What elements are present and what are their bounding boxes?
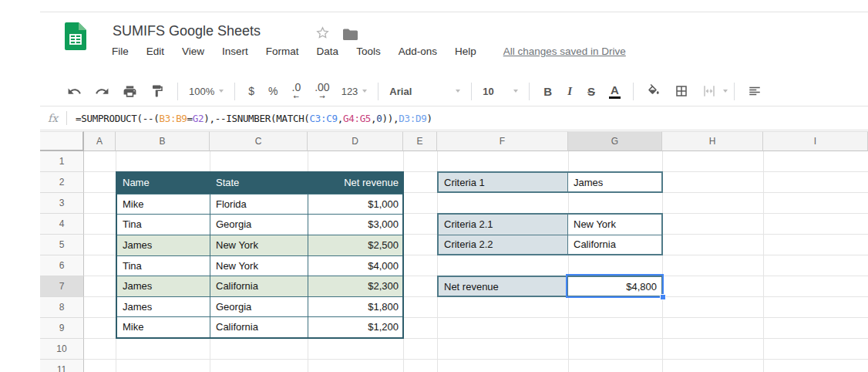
star-icon[interactable] (315, 25, 330, 43)
menu-format[interactable]: Format (266, 46, 299, 57)
column-header-E[interactable]: E (403, 131, 437, 151)
column-header-H[interactable]: H (662, 131, 763, 151)
cell-revenue[interactable]: $1,800 (308, 296, 402, 317)
select-all-corner[interactable] (40, 131, 84, 151)
menu-edit[interactable]: Edit (146, 46, 164, 57)
increase-decimal-button[interactable]: .00 → (315, 82, 329, 100)
menu-help[interactable]: Help (455, 46, 476, 57)
cell-revenue[interactable]: $1,000 (308, 194, 402, 215)
menu-tools[interactable]: Tools (356, 46, 381, 57)
format-percent-button[interactable]: % (268, 86, 278, 96)
menu-addons[interactable]: Add-ons (399, 46, 437, 57)
formula-input[interactable]: =SUMPRODUCT(--(B3:B9=G2),--ISNUMBER(MATC… (76, 113, 432, 124)
column-header-A[interactable]: A (84, 131, 116, 151)
cell-name[interactable]: Tina (117, 214, 210, 235)
row-header-7[interactable]: 7 (40, 276, 84, 297)
cell-state[interactable]: Florida (210, 194, 308, 215)
criteria1-value[interactable]: James (568, 173, 661, 191)
row-header-3[interactable]: 3 (40, 193, 84, 214)
row-header-1[interactable]: 1 (40, 151, 84, 172)
row-header-6[interactable]: 6 (40, 255, 84, 276)
undo-button[interactable] (64, 81, 84, 101)
column-header-D[interactable]: D (308, 131, 403, 151)
cell-state[interactable]: New York (210, 235, 308, 255)
cell-state[interactable]: Georgia (210, 296, 308, 317)
cell-state[interactable]: New York (210, 255, 308, 276)
cell-name[interactable]: James (117, 276, 210, 296)
cell-name[interactable]: Mike (117, 194, 210, 215)
criteria2-1-label[interactable]: Criteria 2.1 (439, 215, 568, 235)
redo-button[interactable] (92, 81, 112, 101)
data-table: Name State Net revenue MikeFlorida$1,000… (116, 171, 404, 339)
text-color-button[interactable]: A (611, 84, 619, 99)
formula-segment: ) (426, 113, 432, 124)
bold-button[interactable]: B (543, 86, 552, 97)
decrease-decimal-button[interactable]: .0 ← (292, 82, 301, 100)
cell-revenue[interactable]: $4,000 (308, 255, 402, 276)
menu-data[interactable]: Data (317, 46, 339, 57)
merge-cells-button[interactable] (699, 81, 719, 101)
fill-handle[interactable] (660, 294, 666, 300)
save-status-link[interactable]: All changes saved in Drive (503, 46, 626, 57)
formula-segment: C3:C9 (310, 113, 338, 124)
cell-name[interactable]: James (117, 296, 210, 317)
table-header-revenue[interactable]: Net revenue (308, 173, 402, 194)
more-formats-button[interactable]: 123 (341, 86, 368, 97)
column-header-B[interactable]: B (116, 131, 210, 151)
strikethrough-button[interactable]: S (587, 86, 595, 97)
criteria2-2-label[interactable]: Criteria 2.2 (439, 235, 568, 255)
cell-revenue[interactable]: $3,000 (308, 214, 402, 235)
column-header-G[interactable]: G (568, 131, 662, 151)
row-header-5[interactable]: 5 (40, 235, 84, 255)
cell-revenue[interactable]: $1,200 (308, 316, 402, 337)
format-currency-button[interactable]: $ (248, 86, 254, 96)
table-header-name[interactable]: Name (117, 173, 210, 194)
paint-format-button[interactable] (147, 81, 167, 101)
row-header-9[interactable]: 9 (40, 318, 84, 339)
sheets-logo-icon[interactable] (65, 22, 86, 53)
zoom-select[interactable]: 100% (189, 86, 224, 97)
cell-state[interactable]: California (210, 276, 308, 296)
borders-button[interactable] (671, 81, 691, 101)
formula-segment: B3:B9 (159, 113, 187, 124)
cell-revenue[interactable]: $2,300 (308, 276, 402, 296)
cell-name[interactable]: James (117, 235, 210, 255)
column-header-C[interactable]: C (210, 131, 308, 151)
cell-state[interactable]: Georgia (210, 214, 308, 235)
menu-file[interactable]: File (112, 46, 129, 57)
formula-segment: ),--ISNUMBER(MATCH( (204, 113, 309, 124)
font-size-select[interactable]: 10 (483, 86, 518, 97)
table-header-state[interactable]: State (210, 173, 308, 194)
row-header-8[interactable]: 8 (40, 297, 84, 318)
criteria2-1-value[interactable]: New York (568, 215, 661, 235)
arrow-left-icon: ← (294, 93, 300, 100)
font-family-select[interactable]: Arial (389, 86, 460, 97)
formula-segment: =SUMPRODUCT(--( (76, 113, 159, 124)
row-header-10[interactable]: 10 (40, 339, 84, 360)
menu-view[interactable]: View (182, 46, 204, 57)
row-header-4[interactable]: 4 (40, 214, 84, 235)
column-header-F[interactable]: F (437, 131, 568, 151)
criteria1-label[interactable]: Criteria 1 (439, 173, 568, 191)
italic-button[interactable]: I (567, 86, 572, 97)
move-folder-icon[interactable] (342, 28, 358, 44)
print-button[interactable] (119, 81, 140, 101)
toolbar: 100% $ % .0 ← .00 → 123 Arial 10 B I S (40, 76, 868, 107)
top-divider (40, 12, 868, 12)
cell-revenue[interactable]: $2,500 (308, 235, 402, 255)
row-header-11[interactable]: 11 (40, 360, 84, 372)
criteria2-2-value[interactable]: California (568, 235, 661, 255)
cell-state[interactable]: California (210, 316, 308, 337)
column-header-I[interactable]: I (763, 131, 868, 151)
cell-name[interactable]: Mike (117, 316, 210, 337)
fill-color-button[interactable] (644, 81, 664, 101)
menu-insert[interactable]: Insert (222, 46, 248, 57)
formula-segment: , (338, 113, 343, 124)
result-value-cell[interactable]: $4,800 (568, 277, 661, 296)
document-title[interactable]: SUMIFS Google Sheets (113, 23, 261, 39)
merge-cells-caret[interactable] (723, 90, 728, 93)
row-header-2[interactable]: 2 (40, 172, 84, 193)
horizontal-align-button[interactable] (745, 81, 765, 101)
cell-name[interactable]: Tina (117, 255, 210, 276)
result-label[interactable]: Net revenue (439, 277, 568, 296)
